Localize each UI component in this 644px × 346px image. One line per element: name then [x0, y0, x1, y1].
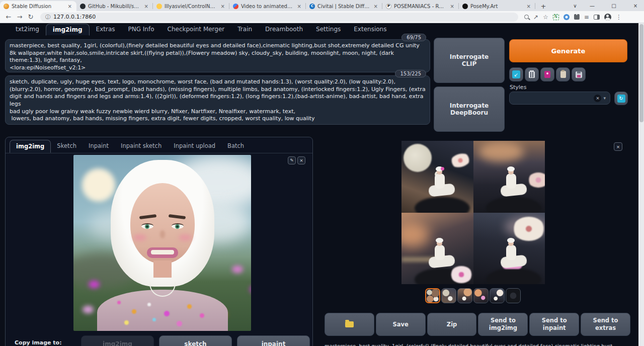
- tab-inpaint[interactable]: Inpaint: [83, 140, 115, 153]
- site-info-icon[interactable]: ⓘ: [45, 14, 50, 21]
- zoom-icon[interactable]: [524, 15, 529, 19]
- result-gallery-image[interactable]: [401, 141, 545, 284]
- tab-checkpoint-merger[interactable]: Checkpoint Merger: [161, 24, 231, 36]
- extension-blue-icon[interactable]: [564, 14, 570, 20]
- send-to-inpaint-button[interactable]: Send to inpaint: [529, 313, 579, 336]
- send-to-extras-button[interactable]: Send to extras: [581, 313, 630, 336]
- art-layer: [175, 224, 180, 229]
- extension-n-icon[interactable]: N: [553, 14, 559, 20]
- tab-txt2img[interactable]: txt2img: [9, 24, 46, 36]
- copy-to-sketch-button[interactable]: sketch: [159, 335, 232, 346]
- bookmark-star-icon[interactable]: ☆: [543, 14, 548, 21]
- thumbnail-5[interactable]: [490, 288, 505, 303]
- art-layer: [506, 174, 516, 189]
- remove-image-icon[interactable]: ×: [297, 156, 305, 164]
- clear-prompt-button[interactable]: [525, 67, 539, 81]
- zip-button[interactable]: Zip: [427, 313, 477, 336]
- scrollbar-thumb[interactable]: [639, 24, 643, 122]
- edit-image-icon[interactable]: ✎: [288, 156, 296, 164]
- save-button[interactable]: Save: [376, 313, 426, 336]
- tab-close-icon[interactable]: ×: [373, 4, 379, 9]
- browser-menu-icon[interactable]: ⋮: [616, 14, 622, 21]
- share-icon[interactable]: ↗: [533, 14, 538, 21]
- browser-tab-github[interactable]: GitHub - Mikubill/sd-webui-con ×: [76, 1, 153, 11]
- tab-close-icon[interactable]: ×: [449, 4, 455, 9]
- tab-batch[interactable]: Batch: [221, 140, 250, 153]
- url-text[interactable]: 127.0.0.1:7860: [53, 14, 96, 20]
- prompt-input[interactable]: masterpiece, best quality, 1girl, (color…: [5, 39, 430, 72]
- tab-close-icon[interactable]: ×: [220, 4, 226, 9]
- trash-icon: [529, 71, 535, 78]
- tab-sketch[interactable]: Sketch: [51, 140, 83, 153]
- refresh-styles-button[interactable]: ↻: [614, 92, 628, 105]
- apply-style-button[interactable]: [556, 67, 570, 81]
- art-layer: [506, 245, 516, 260]
- art-layer: [151, 250, 174, 254]
- save-style-button[interactable]: [572, 67, 586, 81]
- reading-list-icon[interactable]: ≡: [584, 14, 589, 21]
- toolbar-icons: ↗ ☆ N ≡ ⋮: [524, 14, 622, 21]
- browser-tab-posemyart[interactable]: PoseMy.Art ×: [459, 1, 535, 11]
- clear-styles-icon[interactable]: ×: [594, 95, 601, 102]
- open-folder-button[interactable]: [325, 313, 374, 336]
- tab-search-icon[interactable]: ∨: [568, 0, 583, 11]
- thumbnail-2[interactable]: [441, 288, 456, 303]
- browser-tab-controlnet[interactable]: Illyasviel/ControlNet at main ×: [153, 1, 229, 11]
- new-tab-button[interactable]: +: [538, 1, 548, 11]
- close-gallery-icon[interactable]: ×: [614, 142, 622, 151]
- window-close-button[interactable]: ×: [628, 0, 643, 11]
- browser-tab-title: POSEMANIACS - Royalty free 3: [394, 4, 447, 9]
- window-maximize-button[interactable]: □: [606, 0, 621, 11]
- posemyart-favicon: [462, 4, 468, 9]
- page-scrollbar[interactable]: [638, 23, 644, 346]
- tab-extras[interactable]: Extras: [90, 24, 122, 36]
- copy-to-inpaint-button[interactable]: inpaint: [237, 335, 310, 346]
- tab-settings[interactable]: Settings: [309, 24, 347, 36]
- tab-inpaint-upload[interactable]: Inpaint upload: [168, 140, 221, 153]
- back-icon[interactable]: ←: [3, 13, 14, 21]
- card-icon: [544, 71, 550, 78]
- thumbnail-6[interactable]: [506, 288, 521, 303]
- browser-tab-stable-diffusion[interactable]: Stable Diffusion ×: [0, 1, 76, 11]
- reload-icon[interactable]: ↻: [25, 13, 36, 21]
- side-panel-icon[interactable]: [594, 15, 600, 20]
- tab-close-icon[interactable]: ×: [526, 4, 532, 9]
- prompt-container: 69/75 masterpiece, best quality, 1girl, …: [5, 39, 430, 72]
- tab-img2img-mode[interactable]: img2img: [10, 140, 51, 153]
- browser-tab-gif-converter[interactable]: Video to animated GIF converter ×: [229, 1, 306, 11]
- civitai-favicon: C: [309, 4, 315, 9]
- tab-png-info[interactable]: PNG Info: [122, 24, 161, 36]
- send-to-img2img-button[interactable]: Send to img2img: [478, 313, 528, 336]
- tab-close-icon[interactable]: ×: [67, 4, 73, 9]
- address-bar[interactable]: ⓘ 127.0.0.1:7860: [40, 13, 518, 22]
- browser-tab-civitai[interactable]: C Civitai | Stable Diffusion model ×: [306, 1, 382, 11]
- tab-close-icon[interactable]: ×: [296, 4, 302, 9]
- thumbnail-1[interactable]: [425, 288, 440, 303]
- tab-img2img[interactable]: img2img: [46, 24, 90, 36]
- thumbnail-4[interactable]: [473, 288, 489, 303]
- negative-prompt-input[interactable]: sketch, duplicate, ugly, huge eyes, text…: [5, 75, 430, 125]
- extra-networks-button[interactable]: [540, 67, 554, 81]
- thumbnail-3[interactable]: [457, 288, 472, 303]
- profile-avatar[interactable]: [604, 14, 611, 21]
- interrogate-deepbooru-button[interactable]: Interrogate DeepBooru: [434, 86, 505, 132]
- read-generation-params-button[interactable]: ↙: [509, 67, 523, 81]
- extensions-puzzle-icon[interactable]: [574, 14, 580, 20]
- tab-inpaint-sketch[interactable]: Inpaint sketch: [115, 140, 168, 153]
- generate-button[interactable]: Generate: [509, 39, 627, 62]
- window-minimize-button[interactable]: —: [585, 0, 600, 11]
- interrogate-clip-button[interactable]: Interrogate CLIP: [434, 38, 505, 83]
- github-favicon: [80, 4, 86, 9]
- styles-dropdown[interactable]: × ▾: [509, 92, 610, 105]
- browser-tab-posemaniacs[interactable]: P POSEMANIACS - Royalty free 3 ×: [382, 1, 459, 11]
- folder-icon: [345, 321, 354, 327]
- tab-extensions[interactable]: Extensions: [347, 24, 393, 36]
- source-image-preview[interactable]: [73, 155, 251, 331]
- floppy-disk-icon: [576, 71, 582, 78]
- art-layer: [153, 261, 172, 278]
- forward-icon[interactable]: →: [14, 13, 25, 21]
- tab-train[interactable]: Train: [231, 24, 259, 36]
- tab-close-icon[interactable]: ×: [143, 4, 149, 9]
- tab-dreambooth[interactable]: Dreambooth: [259, 24, 309, 36]
- art-layer: [133, 234, 146, 241]
